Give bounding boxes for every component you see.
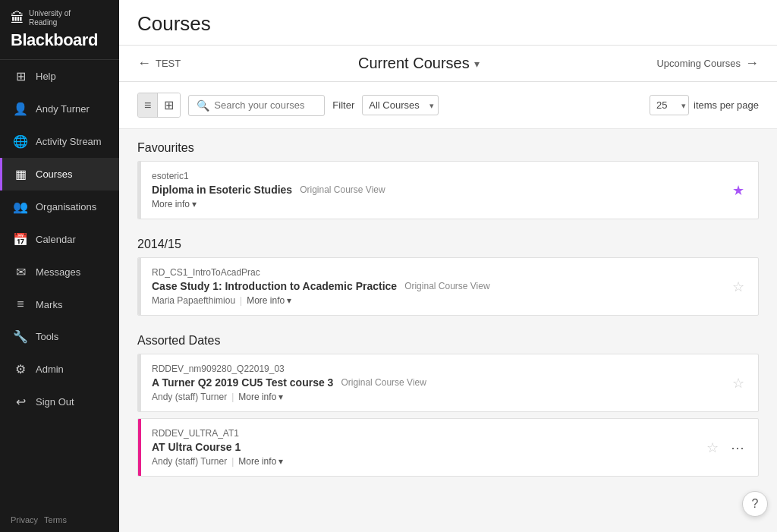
items-per-page-label: items per page (694, 99, 759, 111)
star-button-rddev-q2[interactable]: ☆ (729, 372, 747, 395)
activity-stream-icon: 🌐 (13, 134, 28, 149)
admin-label: Admin (36, 364, 64, 375)
list-view-button[interactable]: ≡ (138, 93, 158, 117)
privacy-link[interactable]: Privacy (11, 515, 38, 524)
help-label: Help (36, 71, 56, 82)
sidebar-item-organisations[interactable]: 👥 Organisations (0, 190, 119, 223)
course-body-rd-cs1: RD_CS1_IntroToAcadPracCase Study 1: Intr… (141, 258, 719, 315)
course-meta-rd-cs1: Maria Papaefthimiou | More info ▾ (152, 295, 708, 306)
back-arrow-icon: ← (137, 55, 151, 71)
course-title-row-rddev-ultra: AT Ultra Course 1 (152, 441, 682, 453)
sidebar-item-sign-out[interactable]: ↩ Sign Out (0, 386, 119, 418)
andy-turner-icon: 👤 (13, 102, 28, 116)
per-page-select[interactable]: 10 25 50 100 (650, 95, 689, 115)
course-instructor-rddev-q2: Andy (staff) Turner (152, 392, 227, 402)
more-info-button-rddev-q2[interactable]: More info ▾ (238, 392, 283, 402)
forward-nav[interactable]: Upcoming Courses → (656, 55, 759, 71)
section-favourites: Favouritesesoteric1Diploma in Esoteric S… (137, 129, 759, 219)
calendar-icon: 📅 (13, 232, 28, 247)
course-view-label-esoteric1: Original Course View (300, 184, 385, 195)
sidebar-item-courses[interactable]: ▦ Courses (0, 158, 119, 190)
sidebar-footer: Privacy Terms (0, 508, 119, 532)
blackboard-title: Blackboard (11, 30, 109, 50)
separator-icon: | (231, 456, 234, 467)
more-info-button-esoteric1[interactable]: More info ▾ (152, 199, 197, 209)
messages-label: Messages (36, 266, 80, 278)
sidebar: 🏛 University of Reading Blackboard ⊞ Hel… (0, 0, 119, 532)
more-info-button-rd-cs1[interactable]: More info ▾ (247, 295, 291, 306)
current-courses-label: Current Courses (358, 55, 470, 72)
content-area: Favouritesesoteric1Diploma in Esoteric S… (119, 129, 777, 532)
course-body-rddev-q2: RDDEV_nm909280_Q22019_03A Turner Q2 2019… (141, 354, 719, 411)
course-card-esoteric1: esoteric1Diploma in Esoteric StudiesOrig… (137, 161, 759, 219)
sidebar-item-calendar[interactable]: 📅 Calendar (0, 223, 119, 256)
star-button-rddev-ultra[interactable]: ☆ (703, 436, 722, 459)
calendar-label: Calendar (36, 234, 76, 245)
forward-label: Upcoming Courses (656, 58, 741, 69)
course-title-rd-cs1[interactable]: Case Study 1: Introduction to Academic P… (152, 280, 397, 292)
courses-label: Courses (36, 168, 72, 180)
courses-icon: ▦ (13, 167, 28, 181)
page-title: Courses (137, 12, 759, 36)
sidebar-item-activity-stream[interactable]: 🌐 Activity Stream (0, 125, 119, 158)
forward-arrow-icon: → (745, 55, 759, 71)
filter-select[interactable]: All Courses Favourites Current Upcoming … (362, 95, 439, 115)
sidebar-item-admin[interactable]: ⚙ Admin (0, 353, 119, 386)
star-button-esoteric1[interactable]: ★ (729, 179, 747, 202)
sidebar-logo: 🏛 University of Reading Blackboard (0, 0, 119, 60)
more-actions-button-rddev-ultra[interactable]: ⋯ (728, 436, 747, 459)
filter-label: Filter (332, 99, 354, 111)
organisations-icon: 👥 (13, 200, 28, 214)
course-view-label-rd-cs1: Original Course View (404, 281, 490, 291)
course-actions-rd-cs1: ☆ (719, 258, 758, 315)
course-code-rddev-q2: RDDEV_nm909280_Q22019_03 (152, 364, 708, 374)
separator-icon: | (240, 295, 242, 306)
star-button-rd-cs1[interactable]: ☆ (729, 275, 747, 298)
section-header-favourites: Favourites (137, 129, 759, 161)
back-label: TEST (156, 58, 181, 69)
course-title-row-esoteric1: Diploma in Esoteric StudiesOriginal Cour… (152, 184, 708, 196)
search-icon: 🔍 (197, 99, 209, 112)
main-content: Courses ← TEST Current Courses ▾ Upcomin… (119, 0, 777, 532)
university-seal-icon: 🏛 (11, 11, 24, 27)
sidebar-item-messages[interactable]: ✉ Messages (0, 256, 119, 288)
help-fab-button[interactable]: ? (742, 491, 768, 517)
course-title-rddev-q2[interactable]: A Turner Q2 2019 CU5 Test course 3 (152, 376, 333, 389)
terms-link[interactable]: Terms (44, 515, 67, 524)
section-header-2014-15: 2014/15 (137, 225, 759, 257)
section-assorted-dates: Assorted DatesRDDEV_nm909280_Q22019_03A … (137, 322, 759, 477)
sign-out-label: Sign Out (36, 396, 74, 408)
chevron-down-icon: ▾ (192, 199, 197, 209)
search-wrapper: 🔍 (188, 95, 325, 116)
course-code-rddev-ultra: RDDEV_ULTRA_AT1 (152, 428, 682, 439)
course-meta-esoteric1: More info ▾ (152, 199, 708, 209)
separator-icon: | (231, 392, 234, 402)
admin-icon: ⚙ (13, 362, 28, 376)
items-per-page: 10 25 50 100 items per page (650, 95, 759, 115)
more-info-button-rddev-ultra[interactable]: More info ▾ (238, 456, 283, 467)
course-instructor-rd-cs1: Maria Papaefthimiou (152, 295, 235, 306)
course-instructor-rddev-ultra: Andy (staff) Turner (152, 456, 227, 467)
andy-turner-label: Andy Turner (36, 103, 90, 115)
course-card-rddev-q2: RDDEV_nm909280_Q22019_03A Turner Q2 2019… (137, 354, 759, 412)
grid-view-button[interactable]: ⊞ (158, 93, 180, 117)
course-title-esoteric1[interactable]: Diploma in Esoteric Studies (152, 184, 292, 196)
per-page-select-wrap: 10 25 50 100 (650, 95, 689, 115)
course-card-rd-cs1: RD_CS1_IntroToAcadPracCase Study 1: Intr… (137, 257, 759, 316)
course-actions-rddev-q2: ☆ (719, 354, 758, 411)
sidebar-item-andy-turner[interactable]: 👤 Andy Turner (0, 93, 119, 125)
back-nav[interactable]: ← TEST (137, 55, 181, 71)
current-courses-dropdown[interactable]: Current Courses ▾ (358, 55, 480, 72)
search-input[interactable] (214, 99, 316, 111)
filter-select-wrap: All Courses Favourites Current Upcoming … (362, 95, 439, 115)
uni-line1: University of (29, 9, 71, 18)
chevron-down-icon: ▾ (278, 392, 283, 402)
sidebar-item-tools[interactable]: 🔧 Tools (0, 320, 119, 353)
sign-out-icon: ↩ (13, 395, 28, 409)
course-meta-rddev-ultra: Andy (staff) Turner | More info ▾ (152, 456, 682, 467)
sidebar-item-help[interactable]: ⊞ Help (0, 60, 119, 93)
sidebar-item-marks[interactable]: ≡ Marks (0, 288, 119, 320)
course-title-rddev-ultra[interactable]: AT Ultra Course 1 (152, 441, 241, 453)
course-code-esoteric1: esoteric1 (152, 171, 708, 181)
activity-stream-label: Activity Stream (36, 136, 102, 147)
